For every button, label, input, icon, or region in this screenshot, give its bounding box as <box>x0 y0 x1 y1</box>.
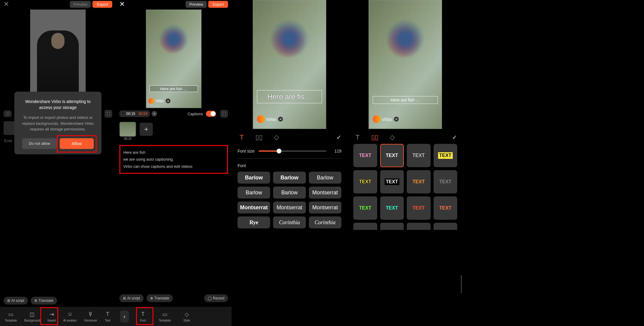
nav-background[interactable]: ◫Background <box>22 310 42 323</box>
captions-label: Captions <box>188 112 203 116</box>
export-button[interactable]: Export <box>93 1 112 8</box>
modal-title: Wondershare Virbo is attempting to acces… <box>20 99 96 110</box>
nav-template[interactable]: ▭Template <box>3 310 19 323</box>
nav-voiceover[interactable]: 🎙Voiceover <box>82 310 99 323</box>
tab-style-icon[interactable]: ◇ <box>272 133 281 142</box>
virbo-logo-icon <box>257 115 265 123</box>
back-button[interactable]: ‹ <box>120 310 129 322</box>
tab-style-icon[interactable]: ◇ <box>388 133 396 142</box>
text-style-option[interactable]: TEXT <box>407 196 431 220</box>
add-time-icon[interactable]: + <box>152 111 157 116</box>
tab-text-icon[interactable]: T <box>353 133 362 142</box>
watermark: Virbo ✕ <box>257 115 283 123</box>
preview-button[interactable]: Preview <box>70 1 91 8</box>
nav-template[interactable]: ▭Template <box>157 310 173 323</box>
text-style-option[interactable]: TEXT <box>434 170 457 193</box>
font-size-label: Font size <box>238 149 255 153</box>
text-style-option[interactable]: TEXT <box>434 223 457 230</box>
clip-thumb[interactable]: 00:15 <box>119 122 136 137</box>
confirm-check-icon[interactable]: ✓ <box>452 134 457 141</box>
font-option[interactable]: Corinthia <box>309 216 341 228</box>
caption-overlay[interactable]: Here are fis… <box>257 90 322 103</box>
watermark-close-icon[interactable]: ✕ <box>394 117 399 122</box>
text-style-option[interactable]: TEXT <box>353 196 377 220</box>
storage-permission-modal: Wondershare Virbo is attempting to acces… <box>14 92 101 154</box>
nav-style[interactable]: ◇Style <box>182 310 192 323</box>
nav-import[interactable]: ⇥Import <box>46 310 58 323</box>
font-option[interactable]: Corinthia <box>273 216 306 228</box>
panel-caption-editor: ✕ Preview Export Here are fish … Virbo ✕… <box>116 0 232 326</box>
script-text-box[interactable]: Here are fish we are using auto captioni… <box>119 145 228 174</box>
ai-script-pill[interactable]: ⊞AI script <box>4 297 28 305</box>
nav-font[interactable]: TFont <box>138 310 148 323</box>
caption-overlay[interactable]: Here are fish … <box>373 96 438 104</box>
tab-template-icon[interactable]: ▯▯ <box>371 133 379 142</box>
export-button[interactable]: Export <box>208 1 228 8</box>
panel-permission-dialog: ✕ Preview Export ♡ ⛶ Ente Wondershare Vi… <box>0 0 116 326</box>
translate-pill[interactable]: ⊕Translate <box>31 297 57 305</box>
captions-toggle[interactable] <box>206 111 216 117</box>
preview-button[interactable]: Preview <box>186 1 207 8</box>
font-option[interactable]: Montserrat <box>238 202 270 213</box>
video-preview[interactable]: Here are fish … Virbo ✕ <box>146 10 201 108</box>
video-preview[interactable]: Here are fis… Virbo ✕ <box>253 0 326 129</box>
text-style-option[interactable]: TEXT <box>353 144 377 167</box>
text-style-option[interactable]: TEXT <box>434 196 457 220</box>
tab-template-icon[interactable]: ▯▯ <box>255 133 263 142</box>
top-bar: ✕ Preview Export <box>0 0 116 8</box>
script-input-placeholder[interactable]: Ente <box>4 139 12 143</box>
deny-button[interactable]: Do not allow <box>22 138 57 149</box>
watermark-close-icon[interactable]: ✕ <box>278 117 283 122</box>
text-style-option[interactable]: TEXT <box>407 223 431 230</box>
font-size-slider[interactable] <box>259 150 326 152</box>
font-section-label: Font <box>238 163 341 168</box>
text-style-option[interactable]: TEXT <box>407 144 431 167</box>
translate-pill[interactable]: ⊕Translate <box>147 294 173 302</box>
fullscreen-icon[interactable]: ⛶ <box>104 110 112 118</box>
bottom-nav: ▭Template ◫Background ⇥Import ☺AI avatar… <box>0 307 116 326</box>
font-option[interactable]: Montserrat <box>309 202 341 213</box>
text-style-option[interactable]: TEXT <box>380 196 404 220</box>
caption-overlay[interactable]: Here are fish … <box>150 85 198 92</box>
text-style-option[interactable]: TEXT <box>353 223 377 230</box>
ai-script-pill[interactable]: ⊞AI script <box>119 294 144 302</box>
font-option[interactable]: Rye <box>238 216 270 228</box>
watermark-close-icon[interactable]: ✕ <box>166 99 170 103</box>
text-style-option[interactable]: TEXT <box>407 170 431 193</box>
close-icon[interactable]: ✕ <box>119 0 125 8</box>
confirm-check-icon[interactable]: ✓ <box>336 134 341 141</box>
font-size-value: 119 <box>331 149 341 153</box>
allow-button[interactable]: Allow <box>60 138 93 149</box>
text-style-grid: TEXTTEXTTEXTTEXTTEXTTEXTTEXTTEXTTEXTTEXT… <box>353 142 457 230</box>
font-option[interactable]: Barlow <box>273 172 306 184</box>
nav-text[interactable]: TText <box>103 310 113 323</box>
text-style-option[interactable]: TEXT <box>434 144 457 167</box>
nav-avatars[interactable]: ☺AI avatars <box>61 310 78 323</box>
virbo-logo-icon <box>373 115 380 123</box>
text-style-option[interactable]: TEXT <box>380 223 404 230</box>
watermark: Virbo ✕ <box>373 115 399 123</box>
record-pill[interactable]: ◯Record <box>204 294 228 302</box>
scrollbar[interactable] <box>461 275 462 293</box>
time-chip: ♡ 00:15/00:04 <box>119 110 150 117</box>
font-option[interactable]: Barlow <box>309 172 341 184</box>
watermark: Virbo ✕ <box>148 98 170 104</box>
font-option[interactable]: Barlow <box>238 172 270 184</box>
modal-body: To import or export photos and videos or… <box>20 115 96 132</box>
fullscreen-icon[interactable]: ⛶ <box>220 110 228 118</box>
video-preview[interactable]: Here are fish … Virbo ✕ <box>369 0 442 129</box>
tab-text-icon[interactable]: T <box>238 133 246 142</box>
close-icon[interactable]: ✕ <box>4 0 9 8</box>
font-option[interactable]: Montserrat <box>309 187 341 199</box>
panel-text-style: Here are fish … Virbo ✕ T ▯▯ ◇ ✓ TEXTTEX… <box>347 0 463 326</box>
virbo-logo-icon <box>148 98 154 104</box>
text-style-option[interactable]: TEXT <box>380 144 404 167</box>
panel-font-size: Here are fis… Virbo ✕ T ▯▯ ◇ ✓ Font size… <box>232 0 347 326</box>
favorite-chip[interactable]: ♡ <box>4 110 12 117</box>
text-style-option[interactable]: TEXT <box>353 170 377 193</box>
font-option[interactable]: Barlow <box>273 187 306 199</box>
font-option[interactable]: Barlow <box>238 187 270 199</box>
add-clip-button[interactable]: + <box>140 123 153 136</box>
text-style-option[interactable]: TEXT <box>380 170 404 193</box>
font-option[interactable]: Montserrat <box>273 202 306 213</box>
